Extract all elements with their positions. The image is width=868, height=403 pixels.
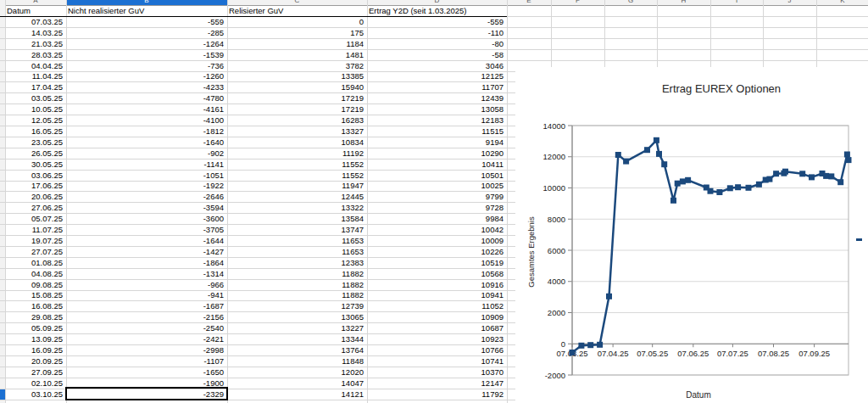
table-cell[interactable]: 16.08.25 (5, 300, 66, 311)
table-cell[interactable]: -4233 (66, 81, 227, 92)
table-cell[interactable]: 14121 (227, 389, 367, 400)
table-cell[interactable]: 05.07.25 (5, 213, 66, 224)
table-cell[interactable]: 16.09.25 (5, 344, 66, 355)
table-cell[interactable]: -2421 (66, 333, 227, 344)
table-cell[interactable]: 03.06.25 (5, 170, 66, 181)
table-cell[interactable]: 12445 (227, 191, 367, 202)
table-cell[interactable]: 11052 (367, 300, 507, 311)
table-cell[interactable]: 11707 (367, 81, 507, 92)
column-header-cell[interactable]: Nicht realisierter GuV (66, 5, 227, 16)
table-cell[interactable]: -3600 (66, 213, 227, 224)
table-cell[interactable]: 21.03.25 (5, 38, 66, 49)
column-letter[interactable]: D (367, 0, 507, 4)
embedded-line-chart[interactable]: -20000200040006000800010000120001400007.… (515, 67, 868, 403)
table-cell[interactable]: 13764 (227, 344, 367, 355)
table-cell[interactable]: 11192 (227, 148, 367, 159)
table-cell[interactable]: -966 (66, 279, 227, 290)
column-letter[interactable]: K (816, 0, 868, 4)
table-cell[interactable]: 10009 (367, 235, 507, 246)
table-cell[interactable]: 15940 (227, 81, 367, 92)
table-cell[interactable]: -3705 (66, 224, 227, 235)
table-cell[interactable]: -1264 (66, 38, 227, 49)
table-cell[interactable]: -4780 (66, 92, 227, 104)
table-cell[interactable]: 23.05.25 (5, 137, 66, 148)
table-cell[interactable]: -1644 (66, 235, 227, 246)
table-cell[interactable]: 27.06.25 (5, 202, 66, 213)
table-cell[interactable]: 0 (227, 16, 367, 27)
table-cell[interactable]: 11.07.25 (5, 224, 66, 235)
table-cell[interactable]: 9799 (367, 191, 507, 202)
table-cell[interactable]: 13322 (227, 202, 367, 213)
table-cell[interactable]: 11552 (227, 170, 367, 181)
table-cell[interactable]: 14.03.25 (5, 27, 66, 38)
table-cell[interactable]: 10568 (367, 268, 507, 279)
table-cell[interactable]: -1812 (66, 126, 227, 137)
table-cell[interactable]: 10766 (367, 344, 507, 355)
table-cell[interactable]: 12.05.25 (5, 115, 66, 126)
table-cell[interactable]: 1481 (227, 49, 367, 60)
table-cell[interactable]: 3046 (367, 60, 507, 71)
column-letter[interactable]: B (66, 0, 227, 4)
table-cell[interactable]: 27.07.25 (5, 246, 66, 257)
table-cell[interactable]: 10411 (367, 159, 507, 170)
table-cell[interactable]: 9194 (367, 137, 507, 148)
table-cell[interactable]: 17.06.25 (5, 181, 66, 192)
table-cell[interactable]: 02.10.25 (5, 378, 66, 389)
table-cell[interactable]: -58 (367, 49, 507, 60)
table-cell[interactable]: 11552 (227, 159, 367, 170)
table-cell[interactable]: -559 (66, 16, 227, 27)
table-cell[interactable]: 09.08.25 (5, 279, 66, 290)
table-cell[interactable]: 03.10.25 (5, 389, 66, 400)
table-cell[interactable]: -1640 (66, 137, 227, 148)
table-cell[interactable]: -110 (367, 27, 507, 38)
column-header-cell[interactable]: Ertrag Y2D (seit 1.03.2025) (367, 5, 507, 16)
table-cell[interactable]: 11653 (227, 246, 367, 257)
table-cell[interactable]: 13385 (227, 71, 367, 82)
table-cell[interactable]: 10519 (367, 257, 507, 268)
table-cell[interactable]: 10916 (367, 279, 507, 290)
column-letter[interactable]: E (507, 0, 551, 4)
table-cell[interactable]: 12739 (227, 300, 367, 311)
table-cell[interactable]: -1427 (66, 246, 227, 257)
table-cell[interactable]: 17219 (227, 104, 367, 115)
table-cell[interactable]: 10042 (367, 224, 507, 235)
table-cell[interactable]: 04.08.25 (5, 268, 66, 279)
table-cell[interactable]: 10941 (367, 290, 507, 301)
table-cell[interactable]: -1051 (66, 170, 227, 181)
table-cell[interactable]: -1922 (66, 181, 227, 192)
table-cell[interactable]: 13058 (367, 104, 507, 115)
table-cell[interactable]: 10834 (227, 137, 367, 148)
table-cell[interactable]: 11848 (227, 355, 367, 367)
table-cell[interactable]: 13.09.25 (5, 333, 66, 344)
table-cell[interactable]: 05.09.25 (5, 322, 66, 333)
table-cell[interactable]: 10501 (367, 170, 507, 181)
table-cell[interactable]: -4161 (66, 104, 227, 115)
table-cell[interactable]: 12183 (367, 115, 507, 126)
table-cell[interactable]: 9728 (367, 202, 507, 213)
table-cell[interactable]: 12020 (227, 367, 367, 378)
table-cell[interactable]: -902 (66, 148, 227, 159)
table-cell[interactable]: 13065 (227, 311, 367, 322)
table-cell[interactable]: 03.05.25 (5, 92, 66, 104)
table-cell[interactable]: 14047 (227, 378, 367, 389)
table-cell[interactable]: 10687 (367, 322, 507, 333)
table-cell[interactable]: 28.03.25 (5, 49, 66, 60)
table-cell[interactable]: 1184 (227, 38, 367, 49)
table-cell[interactable]: 17219 (227, 92, 367, 104)
table-cell[interactable]: 11653 (227, 235, 367, 246)
table-cell[interactable]: 19.07.25 (5, 235, 66, 246)
active-cell-border[interactable] (65, 387, 228, 400)
table-cell[interactable]: 12147 (367, 378, 507, 389)
table-cell[interactable]: 11947 (227, 181, 367, 192)
table-cell[interactable]: 13584 (227, 213, 367, 224)
table-cell[interactable]: -559 (367, 16, 507, 27)
table-cell[interactable]: 11515 (367, 126, 507, 137)
table-cell[interactable]: 17.04.25 (5, 81, 66, 92)
table-cell[interactable]: 16283 (227, 115, 367, 126)
table-cell[interactable]: -1260 (66, 71, 227, 82)
table-cell[interactable]: 20.09.25 (5, 355, 66, 367)
table-cell[interactable]: -1650 (66, 367, 227, 378)
table-cell[interactable]: -4100 (66, 115, 227, 126)
column-header-cell[interactable]: Datum (5, 5, 66, 16)
table-cell[interactable]: -1141 (66, 159, 227, 170)
